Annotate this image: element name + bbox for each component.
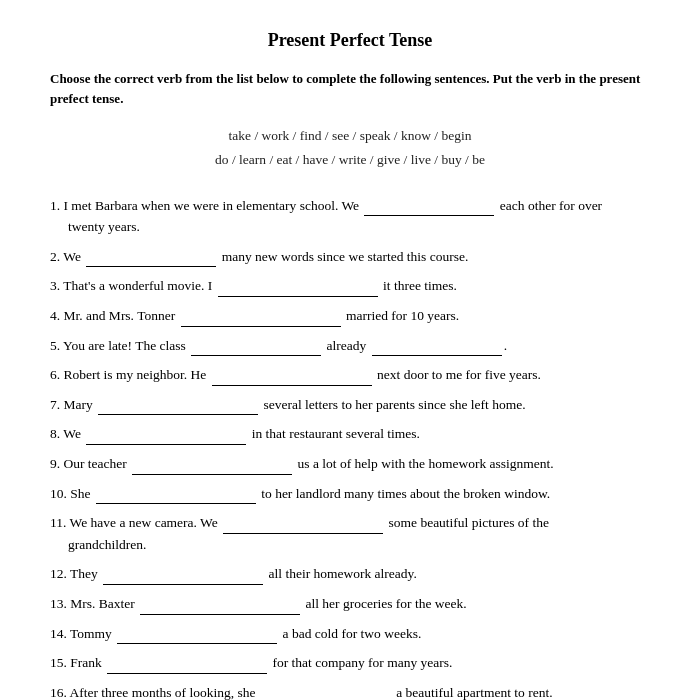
sentence-number: 4. [50, 308, 60, 323]
sentence-item: 12. They all their homework already. [50, 563, 650, 585]
blank-field[interactable] [132, 461, 292, 475]
sentence-item: 2. We many new words since we started th… [50, 246, 650, 268]
sentence-text-after: all her groceries for the week. [306, 596, 467, 611]
word-bank-line2: do / learn / eat / have / write / give /… [50, 148, 650, 172]
blank-field[interactable] [261, 689, 391, 700]
sentence-number: 2. [50, 249, 60, 264]
sentence-text-after: each other for over [500, 198, 602, 213]
sentence-number: 16. [50, 685, 67, 700]
sentence-item: 16. After three months of looking, she a… [50, 682, 650, 700]
sentence-number: 9. [50, 456, 60, 471]
sentence-text-before: Our teacher [64, 456, 127, 471]
blank-field[interactable] [86, 431, 246, 445]
sentence-text-before: Mrs. Baxter [70, 596, 135, 611]
sentence-number: 1. [50, 198, 60, 213]
sentence-number: 10. [50, 486, 67, 501]
sentence-item: 15. Frank for that company for many year… [50, 652, 650, 674]
sentence-text-before: We [63, 249, 81, 264]
sentence-text-after: next door to me for five years. [377, 367, 541, 382]
sentence-item: 9. Our teacher us a lot of help with the… [50, 453, 650, 475]
sentence-item: 11. We have a new camera. We some beauti… [50, 512, 650, 555]
sentence-number: 7. [50, 397, 60, 412]
blank-field[interactable] [98, 401, 258, 415]
blank-field[interactable] [223, 520, 383, 534]
blank-field[interactable] [181, 313, 341, 327]
sentence-number: 12. [50, 566, 67, 581]
blank-field[interactable] [364, 202, 494, 216]
blank-field[interactable] [103, 571, 263, 585]
sentence-text-after: many new words since we started this cou… [222, 249, 469, 264]
blank-field[interactable] [140, 601, 300, 615]
sentence-text-before: You are late! The class [63, 338, 186, 353]
sentence-text-before: We have a new camera. We [70, 515, 218, 530]
sentence-item: 10. She to her landlord many times about… [50, 483, 650, 505]
sentence-text-before: We [63, 426, 81, 441]
blank-field[interactable] [117, 630, 277, 644]
sentence-text-after: in that restaurant several times. [252, 426, 420, 441]
sentence-number: 14. [50, 626, 67, 641]
sentence-text-after: for that company for many years. [273, 655, 453, 670]
sentence-text-after: married for 10 years. [346, 308, 459, 323]
sentence-item: 6. Robert is my neighbor. He next door t… [50, 364, 650, 386]
sentence-item: 1. I met Barbara when we were in element… [50, 195, 650, 238]
sentence-text-before: They [70, 566, 98, 581]
sentence-text-before: Tommy [70, 626, 112, 641]
sentence-number: 13. [50, 596, 67, 611]
sentence-text-after: . [504, 338, 507, 353]
sentence-item: 4. Mr. and Mrs. Tonner married for 10 ye… [50, 305, 650, 327]
blank-field[interactable] [107, 660, 267, 674]
blank-field[interactable] [86, 253, 216, 267]
sentence-number: 5. [50, 338, 60, 353]
sentence-text-before: Mary [64, 397, 93, 412]
sentence-text-after: all their homework already. [269, 566, 417, 581]
sentence-text-before: Robert is my neighbor. He [64, 367, 207, 382]
sentence-item: 14. Tommy a bad cold for two weeks. [50, 623, 650, 645]
sentence-text-before: Frank [70, 655, 102, 670]
word-bank: take / work / find / see / speak / know … [50, 124, 650, 173]
sentence-continuation: grandchildren. [50, 534, 650, 556]
sentence-text-before: She [70, 486, 90, 501]
sentence-item: 7. Mary several letters to her parents s… [50, 394, 650, 416]
sentence-number: 11. [50, 515, 66, 530]
sentence-list: 1. I met Barbara when we were in element… [50, 195, 650, 700]
sentence-continuation: twenty years. [50, 216, 650, 238]
blank-field[interactable] [191, 342, 321, 356]
sentence-text-after: to her landlord many times about the bro… [261, 486, 550, 501]
sentence-text-after: a bad cold for two weeks. [283, 626, 422, 641]
sentence-number: 6. [50, 367, 60, 382]
page-title: Present Perfect Tense [50, 30, 650, 51]
sentence-text-after: it three times. [383, 278, 457, 293]
blank-field[interactable] [218, 283, 378, 297]
blank-field-2[interactable] [372, 342, 502, 356]
sentence-item: 8. We in that restaurant several times. [50, 423, 650, 445]
sentence-text-before: Mr. and Mrs. Tonner [64, 308, 176, 323]
sentence-text-before: That's a wonderful movie. I [63, 278, 212, 293]
sentence-number: 15. [50, 655, 67, 670]
sentence-text-after: several letters to her parents since she… [264, 397, 526, 412]
sentence-item: 3. That's a wonderful movie. I it three … [50, 275, 650, 297]
sentence-text-after: us a lot of help with the homework assig… [298, 456, 554, 471]
sentence-number: 3. [50, 278, 60, 293]
sentence-text-middle: already [327, 338, 367, 353]
sentence-text-after: a beautiful apartment to rent. [396, 685, 552, 700]
sentence-number: 8. [50, 426, 60, 441]
sentence-text-before: I met Barbara when we were in elementary… [64, 198, 360, 213]
blank-field[interactable] [96, 490, 256, 504]
sentence-item: 5. You are late! The class already . [50, 335, 650, 357]
sentence-text-before: After three months of looking, she [70, 685, 256, 700]
instructions: Choose the correct verb from the list be… [50, 69, 650, 108]
blank-field[interactable] [212, 372, 372, 386]
word-bank-line1: take / work / find / see / speak / know … [50, 124, 650, 148]
sentence-text-after: some beautiful pictures of the [389, 515, 549, 530]
sentence-item: 13. Mrs. Baxter all her groceries for th… [50, 593, 650, 615]
